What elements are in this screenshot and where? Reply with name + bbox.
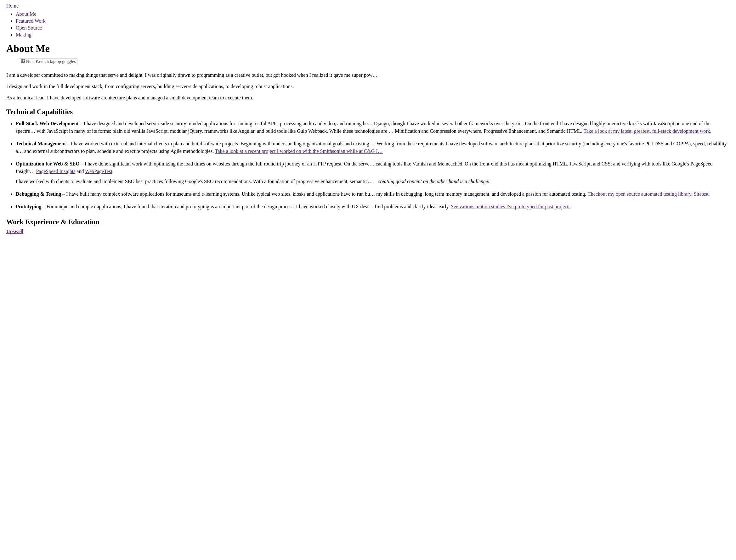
capability-link[interactable]: Take a look at my latest, greatest, full… — [584, 128, 711, 134]
capability-item: Technical Management – I have worked wit… — [16, 140, 730, 155]
capability-link[interactable]: Take a look at a recent project I worked… — [215, 148, 383, 154]
nav-list: About MeFeatured WorkOpen SourceMaking — [6, 11, 730, 38]
capability-title: Debugging & Testing – — [16, 191, 66, 197]
profile-image: Nina Pavlich laptop goggles — [19, 58, 77, 65]
nav-link[interactable]: About Me — [16, 11, 36, 17]
nav-link[interactable]: Making — [16, 32, 31, 37]
home-link[interactable]: Home — [6, 3, 19, 8]
capability-title: Technical Management – — [16, 141, 71, 146]
capability-body: Optimization for Web & SEO – I have done… — [16, 160, 730, 175]
technical-capabilities-heading: Technical Capabilities — [6, 108, 730, 116]
company-section: Upswell — [6, 229, 730, 234]
nav-item: About Me — [16, 11, 730, 17]
breadcrumb: Home — [6, 3, 730, 9]
capability-link[interactable]: See various motion studies I've prototyp… — [451, 204, 570, 209]
capability-title: Prototyping – — [16, 204, 46, 209]
capability-link[interactable]: Checkout my open source automated testin… — [587, 191, 710, 197]
nav-item: Featured Work — [16, 18, 730, 24]
intro-paragraph: I design and work in the full developmen… — [6, 83, 730, 90]
nav-link[interactable]: Featured Work — [16, 18, 46, 24]
intro-section: I am a developer committed to making thi… — [6, 71, 730, 102]
capability-item: Prototyping – For unique and complex app… — [16, 203, 730, 210]
capability-item: Debugging & Testing – I have built many … — [16, 190, 730, 198]
nav-link[interactable]: Open Source — [16, 25, 42, 31]
capabilities-list: Full-Stack Web Development – I have desi… — [6, 120, 730, 210]
page-title: About Me — [6, 43, 730, 54]
nav-item: Open Source — [16, 25, 730, 31]
nav-item: Making — [16, 32, 730, 38]
capability-item: Full-Stack Web Development – I have desi… — [16, 120, 730, 135]
intro-paragraph: I am a developer committed to making thi… — [6, 71, 730, 79]
upswell-link[interactable]: Upswell — [6, 229, 23, 234]
capability-item: Optimization for Web & SEO – I have done… — [16, 160, 730, 185]
capability-extra: I have worked with clients to evaluate a… — [16, 178, 730, 185]
webpagetest-link[interactable]: WebPageTest — [85, 169, 112, 174]
work-experience-heading: Work Experience & Education — [6, 218, 730, 226]
intro-paragraph: As a technical lead, I have developed so… — [6, 94, 730, 102]
capability-title: Optimization for Web & SEO – — [16, 161, 83, 166]
pagespeed-link[interactable]: PageSpeed Insights — [36, 169, 75, 174]
capability-title: Full-Stack Web Development – — [16, 121, 84, 126]
italic-text: – creating good content on the other han… — [374, 179, 490, 184]
